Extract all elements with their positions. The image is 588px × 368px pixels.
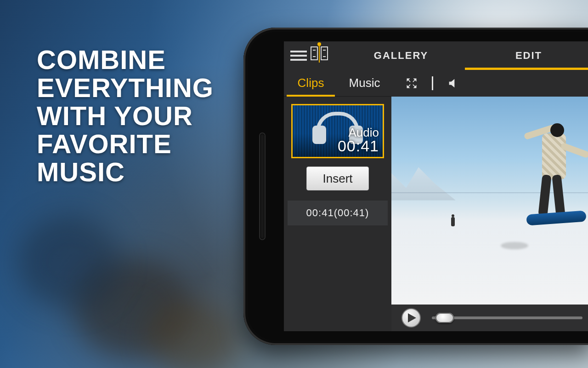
toolbar-divider [432, 76, 433, 90]
play-button[interactable] [401, 308, 421, 328]
menu-icon[interactable] [290, 48, 307, 63]
clip-thumbnail[interactable]: Audio 00:41 [291, 104, 384, 158]
video-viewport[interactable] [391, 97, 588, 305]
duration-text: 00:41(00:41) [306, 207, 369, 219]
subtab-music-label: Music [349, 76, 380, 90]
tab-edit[interactable]: EDIT [465, 41, 588, 70]
subtab-clips[interactable]: Clips [284, 70, 338, 96]
tab-gallery[interactable]: GALLERY [337, 41, 465, 70]
film-strip-icon[interactable] [311, 46, 328, 65]
side-panel: Clips Music Audio 00:41 Insert [284, 70, 391, 331]
insert-button-label: Insert [322, 172, 352, 186]
phone-mockup: GALLERY EDIT Clips Music [243, 28, 588, 345]
tab-edit-label: EDIT [515, 50, 542, 62]
subtab-clips-label: Clips [298, 76, 324, 90]
snowboarder-illustration [524, 115, 588, 230]
duration-readout: 00:41(00:41) [288, 201, 388, 225]
seek-track[interactable] [432, 316, 582, 319]
playback-controls [391, 305, 588, 331]
subtab-music[interactable]: Music [338, 70, 391, 96]
play-icon [408, 313, 416, 322]
preview-toolbar [391, 70, 588, 97]
fullscreen-icon[interactable] [405, 77, 418, 90]
tab-gallery-label: GALLERY [374, 50, 428, 62]
phone-earpiece [260, 133, 265, 239]
insert-button[interactable]: Insert [306, 167, 369, 190]
seek-handle[interactable] [435, 313, 454, 323]
top-app-bar: GALLERY EDIT [284, 41, 588, 70]
marketing-headline: COMBINE EVERYTHING WITH YOUR FAVORITE MU… [37, 46, 214, 186]
speaker-icon[interactable] [447, 77, 460, 90]
app-screen: GALLERY EDIT Clips Music [284, 41, 588, 331]
preview-pane [391, 70, 588, 331]
clip-time: 00:41 [338, 137, 379, 155]
